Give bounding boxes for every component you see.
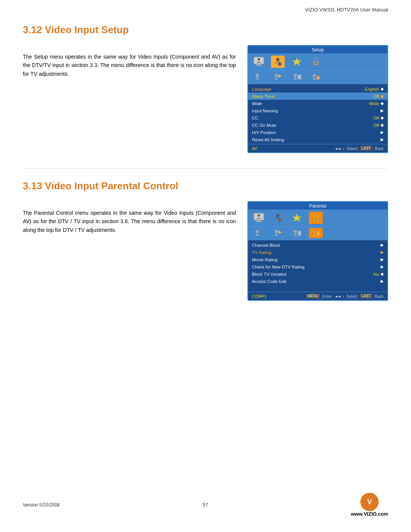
menu-row-block-unrated: Block TV Unrated No ◆ xyxy=(248,270,387,278)
footer-back-label2: Back xyxy=(375,294,384,299)
svg-point-10 xyxy=(315,62,317,64)
svg-point-30 xyxy=(255,230,259,233)
svg-rect-21 xyxy=(256,221,262,222)
tv-icon-lock xyxy=(309,56,323,68)
menu-label-cc-on-mute: CC On Mute xyxy=(252,123,276,128)
svg-point-29 xyxy=(315,219,317,220)
section-312-text: The Setup menu operates in the same way … xyxy=(23,45,236,78)
parental-icons-row2 xyxy=(248,227,387,241)
tv-icon2-d xyxy=(309,72,323,82)
vizio-logo: V xyxy=(360,493,379,511)
section-313-body: The Parental Control menu operates in th… xyxy=(23,201,388,301)
section-312-screen: Setup xyxy=(247,45,388,153)
menu-row-channel-block: Channel Block ▶ xyxy=(248,241,387,249)
tv-icon2-a xyxy=(252,72,266,82)
svg-point-18 xyxy=(312,73,316,77)
setup-screen-title: Setup xyxy=(248,46,387,53)
menu-value-sleep-timer: Off ◆ xyxy=(373,94,384,99)
setup-screen-footer: AV ◄►↕ Select LAST Back xyxy=(248,144,387,152)
menu-row-hv-position: H/V Position ▶ xyxy=(248,129,387,136)
parental-footer-controls: MENU Enter ◄►↕ Select LAST Back xyxy=(306,294,384,299)
menu-label-hv-position: H/V Position xyxy=(252,130,276,135)
svg-rect-2 xyxy=(256,65,262,66)
svg-point-31 xyxy=(274,230,278,233)
svg-rect-20 xyxy=(257,220,261,221)
footer-menu-btn: MENU xyxy=(306,294,320,299)
svg-point-11 xyxy=(255,73,259,77)
parental-icon-settings xyxy=(271,212,285,224)
menu-value-cc: Off ◆ xyxy=(373,115,384,120)
setup-icons-row1 xyxy=(248,53,387,70)
menu-label-cc: CC xyxy=(252,116,258,120)
parental-icon-monitor xyxy=(252,212,266,224)
menu-arrow-tv-rating: ▶ xyxy=(381,250,384,255)
parental-menu-screen: Parental xyxy=(247,201,388,301)
tv-icon-monitor xyxy=(252,56,266,68)
tv-icon2-b xyxy=(271,72,285,82)
menu-row-input-naming: Input Naming ▶ xyxy=(248,107,387,114)
parental-icon2-b xyxy=(271,228,285,238)
parental-screen-title: Parental xyxy=(248,202,387,209)
parental-screen-footer: COMP1 MENU Enter ◄►↕ Select LAST Back xyxy=(248,292,387,300)
setup-footer-source: AV xyxy=(252,146,257,151)
menu-row-sleep-timer: Sleep Timer Off ◆ xyxy=(248,93,387,100)
page-footer: Version 5/20/2008 57 V www.VIZIO.com xyxy=(0,493,411,517)
footer-last-btn2: LAST xyxy=(360,294,373,299)
menu-value-language: English ◆ xyxy=(365,86,384,91)
menu-row-language: Language English ◆ xyxy=(248,85,387,93)
menu-label-reset-all: Reset All Setting xyxy=(252,137,284,142)
menu-label-language: Language xyxy=(252,87,271,91)
menu-row-cc-on-mute: CC On Mute Off ◆ xyxy=(248,121,387,129)
parental-icon2-a xyxy=(252,228,266,238)
menu-row-cc: CC Off ◆ xyxy=(248,114,387,121)
menu-label-check-dtv: Check for New DTV Rating xyxy=(252,265,304,269)
footer-version: Version 5/20/2008 xyxy=(23,502,60,508)
parental-icon-star xyxy=(290,212,304,224)
menu-arrow-reset-all: ▶ xyxy=(381,137,384,142)
menu-arrow-check-dtv: ▶ xyxy=(381,264,384,269)
svg-point-12 xyxy=(274,73,278,77)
menu-row-access-code: Access Code Edit ▶ xyxy=(248,278,387,285)
section-313: 3.13 Video Input Parental Control The Pa… xyxy=(23,180,388,301)
parental-footer-source: COMP1 xyxy=(252,294,267,299)
menu-value-block-unrated: No ◆ xyxy=(373,272,384,276)
section-313-screen: Parental xyxy=(247,201,388,301)
footer-enter-label: Enter xyxy=(322,294,332,299)
setup-menu-screen: Setup xyxy=(247,45,388,153)
main-content: 3.12 Video Input Setup The Setup menu op… xyxy=(0,13,411,324)
menu-label-channel-block: Channel Block xyxy=(252,243,280,248)
menu-label-sleep-timer: Sleep Timer xyxy=(252,94,275,99)
menu-arrow-access-code: ▶ xyxy=(381,279,384,284)
footer-back-label: Back xyxy=(375,146,384,151)
menu-label-movie-rating: Movie Rating xyxy=(252,257,277,262)
section-313-title: 3.13 Video Input Parental Control xyxy=(23,180,388,192)
section-312-title: 3.12 Video Input Setup xyxy=(23,24,388,36)
menu-label-block-unrated: Block TV Unrated xyxy=(252,272,286,276)
svg-point-4 xyxy=(276,58,279,61)
menu-row-reset-all: Reset All Setting ▶ xyxy=(248,136,387,143)
menu-arrow-movie-rating: ▶ xyxy=(381,257,384,262)
menu-value-cc-on-mute: Off ◆ xyxy=(373,123,384,128)
svg-point-37 xyxy=(312,230,316,233)
footer-nav-arrows: ◄►↕ xyxy=(334,146,344,151)
footer-select-label: Select xyxy=(346,146,357,151)
menu-arrow-input-naming: ▶ xyxy=(381,108,384,113)
svg-point-22 xyxy=(258,214,260,217)
menu-label-tv-rating: TV Rating xyxy=(252,250,271,255)
svg-point-23 xyxy=(276,214,279,217)
tv-icon-settings xyxy=(271,56,285,68)
menu-row-empty xyxy=(248,285,387,291)
footer-url: www.VIZIO.com xyxy=(351,511,388,517)
section-313-text: The Parental Control menu operates in th… xyxy=(23,201,236,234)
parental-icon2-c xyxy=(290,228,304,238)
menu-row-tv-rating: TV Rating ▶ xyxy=(248,249,387,256)
svg-point-13 xyxy=(293,73,297,77)
setup-menu-items: Language English ◆ Sleep Timer Off ◆ Wid… xyxy=(248,85,387,144)
footer-right: V www.VIZIO.com xyxy=(351,493,388,517)
svg-rect-1 xyxy=(257,64,261,65)
footer-nav-arrows2: ◄►↕ xyxy=(334,294,344,299)
svg-marker-8 xyxy=(292,58,301,66)
menu-row-wide: Wide Wide ◆ xyxy=(248,100,387,107)
tv-icon2-c xyxy=(290,72,304,82)
tv-icon-star xyxy=(290,56,304,68)
